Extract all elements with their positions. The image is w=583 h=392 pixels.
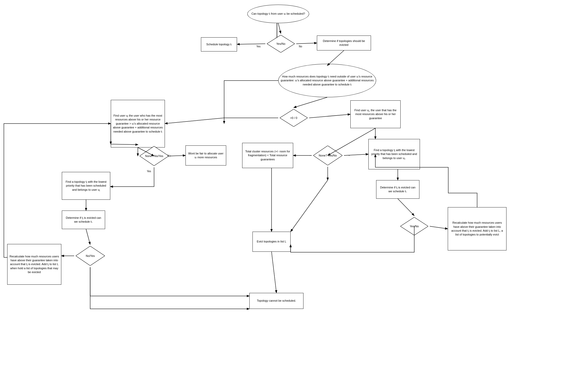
yes-label-none: Yes: [147, 170, 151, 173]
right-label-none2: →: [348, 154, 350, 157]
svg-line-10: [237, 44, 265, 44]
yes-label-1: Yes: [256, 45, 260, 48]
resources-oval-text: How much resources does topology tᵢ need…: [280, 75, 374, 86]
topology-cannot-text: Topology cannot be scheduled.: [257, 299, 296, 303]
left-label-none2: ←: [309, 154, 312, 157]
svg-line-12: [327, 50, 344, 66]
svg-line-13: [294, 97, 327, 108]
svg-line-24: [398, 199, 414, 216]
gt0-diamond: >0 / 0: [278, 108, 309, 128]
determine-evict-right-text: Determine if tⱼ is evicted can we schedu…: [378, 186, 418, 194]
yes-no-right-text: Yes/No: [410, 224, 419, 228]
svg-line-29: [272, 252, 276, 293]
start-question-node: Can topology tᵢ from user uᵢ be schedule…: [247, 5, 309, 23]
find-user-uj-right-text: Find user uⱼ, the user that has the most…: [352, 108, 399, 120]
recalc-right-text: Recalculate how much resources users hav…: [450, 221, 505, 237]
determine-evict-right-node: Determine if tⱼ is evicted can we schedu…: [376, 180, 419, 199]
wont-be-fair-text: Wont be fair to allocate user uᵢ more re…: [187, 152, 224, 160]
determine-evict-text: Determine if topologies should be evicte…: [319, 39, 369, 47]
svg-line-17: [170, 155, 185, 156]
schedule-topology-node: Schedule topology tᵢ: [201, 37, 237, 51]
gt0-text: >0 / 0: [290, 116, 297, 120]
none-yes-no-diamond: None? Yes/No: [312, 144, 344, 167]
svg-line-9: [278, 23, 281, 33]
yes-no-diamond-1: Yes/No: [265, 33, 296, 54]
svg-line-25: [430, 226, 448, 229]
find-topology-right-text: Find a topology tⱼ with the lowest prior…: [370, 148, 418, 160]
none-yes-no-text: None? Yes/No: [319, 154, 337, 157]
yes-no-diamond-right: Yes/No: [399, 216, 430, 237]
total-cluster-node: Total cluster resources (+/- room for fr…: [242, 143, 293, 168]
none-no-yes-diamond: None? No/Yes: [138, 145, 170, 167]
no-label-none: No: [167, 154, 171, 157]
schedule-topology-text: Schedule topology tᵢ: [206, 42, 232, 46]
total-cluster-text: Total cluster resources (+/- room for fr…: [244, 150, 291, 161]
find-user-uj-right-node: Find user uⱼ, the user that has the most…: [350, 100, 401, 128]
determine-evict-node: Determine if topologies should be evicte…: [317, 36, 371, 50]
determine-evict-left-node: Determine if tⱼ is evicted can we schedu…: [62, 211, 105, 229]
find-user-uj-left-text: Find user uⱼ the user who has the most r…: [113, 114, 163, 134]
find-topology-right-node: Find a topology tⱼ with the lowest prior…: [368, 139, 420, 169]
recalc-left-text: Recalculate how much resources users hav…: [9, 255, 60, 274]
determine-evict-left-text: Determine if tⱼ is evicted can we schedu…: [64, 216, 103, 224]
no-yes-left-text: No/Yes: [86, 254, 95, 258]
find-topology-left-node: Find a topology tⱼ with the lowest prior…: [62, 172, 110, 200]
topology-cannot-node: Topology cannot be scheduled.: [249, 293, 303, 309]
recalc-left-node: Recalculate how much resources users hav…: [7, 244, 61, 285]
start-question-text: Can topology tᵢ from user uᵢ be schedule…: [251, 12, 305, 16]
resources-oval-node: How much resources does topology tᵢ need…: [278, 64, 376, 97]
find-topology-left-text: Find a topology tⱼ with the lowest prior…: [64, 180, 108, 192]
flowchart-diagram: Can topology tᵢ from user uᵢ be schedule…: [0, 0, 583, 392]
svg-line-27: [86, 229, 90, 245]
evict-topologies-text: Evict topologies in list L: [257, 240, 286, 243]
yes-no-1-text: Yes/No: [276, 42, 285, 46]
svg-line-11: [296, 43, 317, 44]
no-yes-diamond-left: No/Yes: [74, 245, 106, 267]
none-no-yes-text: None? No/Yes: [145, 154, 163, 158]
svg-line-22: [291, 180, 328, 232]
recalc-right-node: Recalculate how much resources users hav…: [448, 207, 506, 250]
evict-topologies-node: Evict topologies in list L: [252, 232, 291, 252]
no-label-1: No: [299, 45, 302, 48]
svg-line-14: [309, 114, 350, 118]
find-user-uj-left-node: Find user uⱼ the user who has the most r…: [111, 100, 165, 147]
wont-be-fair-node: Wont be fair to allocate user uᵢ more re…: [185, 145, 226, 165]
